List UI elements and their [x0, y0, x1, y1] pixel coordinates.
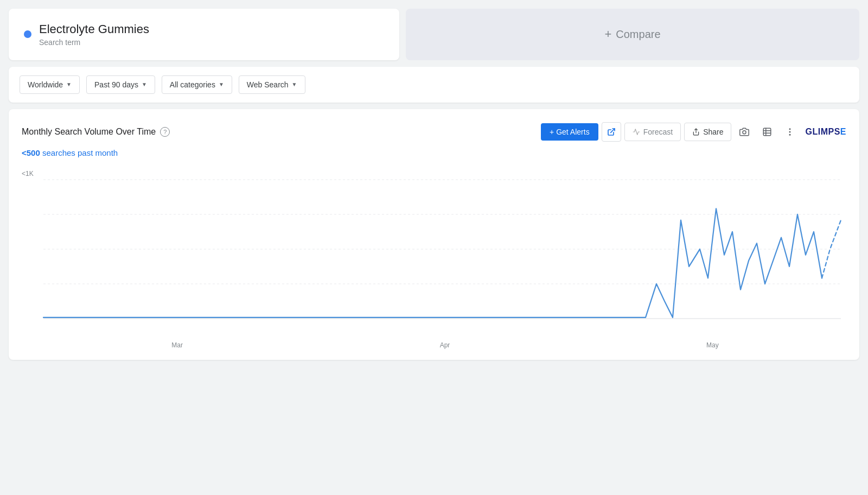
filter-location[interactable]: Worldwide ▼ [20, 75, 80, 94]
camera-icon [739, 127, 749, 137]
chevron-down-icon: ▼ [142, 81, 147, 87]
plus-icon: + [604, 27, 611, 41]
get-alerts-button[interactable]: + Get Alerts [541, 123, 598, 141]
chevron-down-icon: ▼ [66, 81, 72, 87]
volume-desc: searches past month [40, 148, 118, 157]
filter-search-type[interactable]: Web Search ▼ [239, 75, 305, 94]
share-icon [692, 128, 700, 136]
external-link-icon [607, 128, 616, 136]
filter-search-type-label: Web Search [247, 80, 289, 89]
share-button[interactable]: Share [684, 123, 731, 141]
filter-category-label: All categories [170, 80, 215, 89]
forecast-icon [633, 128, 640, 136]
x-label-apr: Apr [311, 341, 578, 349]
y-axis-label: <1K [22, 170, 34, 177]
table-button[interactable] [757, 122, 777, 142]
filter-timeframe-label: Past 90 days [94, 80, 138, 89]
camera-button[interactable] [735, 122, 754, 142]
volume-count: <500 [22, 148, 40, 157]
svg-line-0 [610, 129, 614, 132]
chart-card: Monthly Search Volume Over Time ? + Get … [9, 109, 859, 360]
share-label: Share [703, 128, 723, 136]
more-options-button[interactable] [780, 122, 800, 142]
filters-row: Worldwide ▼ Past 90 days ▼ All categorie… [9, 67, 859, 103]
forecast-button[interactable]: Forecast [624, 123, 681, 141]
chart-area: <1K [22, 162, 846, 336]
search-term-type: Search term [39, 38, 80, 47]
compare-card[interactable]: + Compare [406, 9, 859, 60]
chart-actions: + Get Alerts Forecast [541, 122, 846, 142]
chart-header: Monthly Search Volume Over Time ? + Get … [22, 122, 846, 142]
svg-point-7 [789, 128, 791, 130]
chart-title: Monthly Search Volume Over Time [22, 127, 156, 137]
chevron-down-icon: ▼ [292, 81, 297, 87]
chart-svg [22, 162, 846, 336]
x-label-mar: Mar [43, 341, 311, 349]
more-options-icon [785, 127, 795, 137]
filter-timeframe[interactable]: Past 90 days ▼ [86, 75, 155, 94]
compare-inner: + Compare [604, 27, 660, 41]
glimpse-logo: GLIMPSE [805, 127, 846, 137]
x-label-may: May [579, 341, 846, 349]
search-term-text: Electrolyte Gummies Search term [39, 22, 149, 47]
svg-point-2 [743, 130, 746, 134]
search-term-card: Electrolyte Gummies Search term [9, 9, 399, 60]
x-axis-labels: Mar Apr May [22, 338, 846, 349]
help-icon[interactable]: ? [160, 127, 170, 137]
table-icon [762, 127, 772, 137]
filter-category[interactable]: All categories ▼ [162, 75, 232, 94]
filter-location-label: Worldwide [28, 80, 63, 89]
svg-point-8 [789, 131, 791, 132]
search-term-name: Electrolyte Gummies [39, 22, 149, 37]
search-volume-label: <500 searches past month [22, 148, 846, 158]
chevron-down-icon: ▼ [219, 81, 224, 87]
svg-rect-3 [764, 128, 771, 136]
forecast-label: Forecast [643, 128, 673, 136]
compare-label: Compare [616, 28, 660, 41]
search-term-dot [24, 30, 31, 38]
chart-title-area: Monthly Search Volume Over Time ? [22, 127, 170, 137]
glimpse-logo-accent: E [840, 127, 846, 136]
svg-point-9 [789, 134, 791, 135]
external-link-button[interactable] [602, 122, 621, 142]
